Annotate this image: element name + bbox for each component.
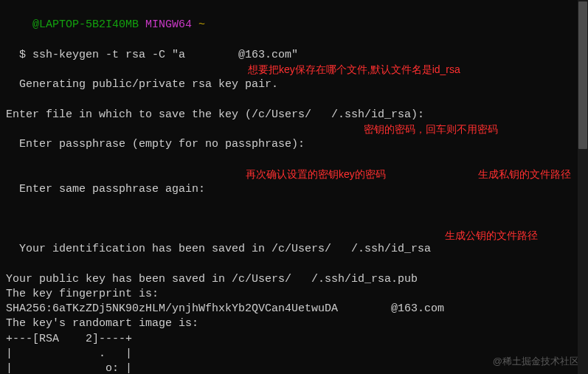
out-text: Generating public/private rsa xyxy=(19,78,218,91)
output-enter-file: Enter file in which to save the key (/c/… xyxy=(6,108,582,122)
randomart-line: +---[RSA 2]----+ xyxy=(6,332,582,347)
output-randomart-label: The key's randomart image is: xyxy=(6,316,582,331)
annotation-public-key-path: 生成公钥的文件路径 xyxy=(445,229,538,243)
prompt-symbol: $ xyxy=(19,49,26,61)
scrollbar-thumb[interactable] xyxy=(578,1,587,149)
output-pub-saved: Your public key has been saved in /c/Use… xyxy=(6,272,582,287)
scrollbar-track[interactable] xyxy=(578,0,588,374)
out-text: Enter same passphrase again: xyxy=(19,183,205,195)
annotation-save-file: 想要把key保存在哪个文件,默认文件名是id_rsa xyxy=(248,63,460,77)
prompt-line: @LAPTOP-5B2I40MB MINGW64 ~ xyxy=(6,3,582,33)
env-label: MINGW64 xyxy=(145,18,192,31)
user-host: @LAPTOP-5B2I40MB xyxy=(19,18,139,31)
out-text: Enter passphrase (empty for no passphras… xyxy=(19,138,305,150)
output-passphrase-again: Enter same passphrase again: 再次确认设置的密钥ke… xyxy=(6,167,582,227)
output-fingerprint: SHA256:6aTKzZDj5NK90zHLM/ynjhWfhxkYb2QVC… xyxy=(6,302,582,316)
out-text: Your identification has been saved in /c… xyxy=(19,243,431,255)
output-fingerprint-label: The key fingerprint is: xyxy=(6,287,582,302)
out-text: key pair. xyxy=(218,78,278,91)
annotation-passphrase: 密钥的密码，回车则不用密码 xyxy=(364,122,498,136)
output-generating: Generating public/private rsa key pair. … xyxy=(6,63,582,108)
path-label: ~ xyxy=(198,18,205,31)
output-passphrase: Enter passphrase (empty for no passphras… xyxy=(6,122,582,167)
command-text: ssh-keygen -t rsa -C "a @163.com" xyxy=(32,49,298,61)
command-line[interactable]: $ ssh-keygen -t rsa -C "a @163.com" xyxy=(6,33,582,63)
watermark: @稀土掘金技术社区 xyxy=(493,355,579,368)
annotation-passphrase-again: 再次确认设置的密钥key的密码 xyxy=(246,167,386,181)
output-id-saved: Your identification has been saved in /c… xyxy=(6,227,582,272)
annotation-private-key-path: 生成私钥的文件路径 xyxy=(478,167,571,181)
